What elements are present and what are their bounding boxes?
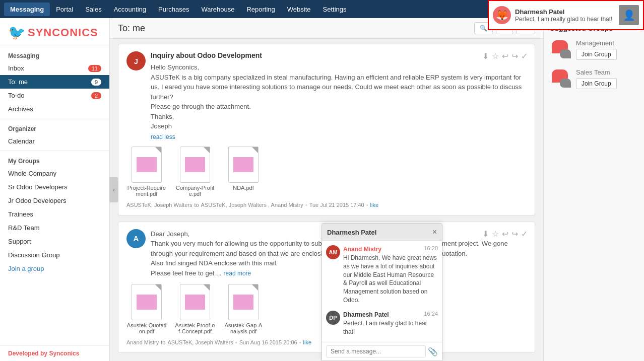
notification-banner[interactable]: 🦊 Dharmesh Patel Perfect, I am really gl… (488, 0, 644, 30)
main-content: To: me 🔍 ▼ To: J Inquiry abo (110, 18, 543, 361)
nav-accounting[interactable]: Accounting (108, 3, 152, 16)
sidebar-item-archives[interactable]: Archives (0, 102, 109, 116)
footer-like-1[interactable]: like (370, 202, 379, 208)
attachment-icon-1-3 (228, 147, 259, 183)
attachment-icon-1-2 (180, 147, 210, 183)
notification-message: Perfect, I am really glad to hear that! (515, 16, 615, 23)
chat-time-2: 16:24 (424, 311, 438, 317)
attachment-name-1-3: NDA.pdf (233, 185, 254, 191)
sidebar-item-tome-label: To: me (8, 78, 28, 86)
join-group-button-sales[interactable]: Join Group (576, 78, 617, 89)
group-name-sales: Sales Team (576, 68, 638, 76)
message-actions-1: ⬇ ☆ ↩ ↪ ✓ (482, 51, 528, 61)
organizer-section-label: Organizer (0, 120, 109, 134)
attachment-icon-2-1 (132, 284, 162, 320)
nav-portal[interactable]: Portal (50, 3, 79, 16)
footer-like-2[interactable]: like (303, 339, 312, 345)
star-icon-2[interactable]: ☆ (492, 229, 499, 239)
bubble-small-icon-sales (560, 79, 571, 88)
chat-time-1: 16:20 (424, 245, 438, 251)
chat-input[interactable] (326, 345, 426, 357)
chat-message-2: DP Dharmesh Patel 16:24 Perfect, I am re… (326, 311, 438, 336)
attachments-1: Project-Requirement.pdf Company-Profile.… (126, 147, 527, 197)
join-group-button-management[interactable]: Join Group (576, 49, 617, 60)
attachment-name-2-2: Asustek-Proof-of-Concept.pdf (175, 322, 215, 334)
group-name-management: Management (576, 39, 638, 47)
nav-reporting[interactable]: Reporting (240, 3, 281, 16)
page-title: To: me (118, 23, 145, 34)
chat-message-1: AM Anand Mistry 16:20 Hi Dharmesh, We ha… (326, 245, 438, 305)
attachment-1-1[interactable]: Project-Requirement.pdf (126, 147, 167, 197)
inbox-badge: 11 (88, 65, 101, 72)
notification-sender-name: Dharmesh Patel (515, 8, 615, 16)
sidebar-collapse-button[interactable]: ‹ (109, 177, 118, 202)
mygroups-section-label: My Groups (0, 153, 109, 167)
footer-recipients-1: ASUSTeK, Joseph Walters , Anand Mistry (201, 202, 303, 208)
sidebar-item-jr-odoo[interactable]: Jr Odoo Developers (0, 194, 109, 207)
read-less-link-1[interactable]: read less (151, 133, 527, 140)
chat-messages: AM Anand Mistry 16:20 Hi Dharmesh, We ha… (322, 241, 442, 342)
logo-area: 🐦 SYNCONICS (0, 18, 109, 47)
sidebar-item-todo-label: To-do (8, 92, 25, 99)
message-content-1: Inquiry about Odoo Development Hello Syn… (151, 51, 527, 140)
notification-avatar: 👤 (619, 5, 639, 25)
sidebar-item-support[interactable]: Support (0, 235, 109, 248)
chat-panel: Dharmesh Patel × AM Anand Mistry 16:20 H… (321, 223, 442, 361)
synconics-label: Synconics (49, 350, 79, 357)
footer-senders-2: Anand Mistry (126, 339, 159, 345)
nav-messaging[interactable]: Messaging (4, 3, 50, 16)
nav-warehouse[interactable]: Warehouse (195, 3, 240, 16)
chat-input-area: 📎 (322, 342, 442, 360)
download-icon-2[interactable]: ⬇ (482, 229, 489, 239)
check-icon-2[interactable]: ✓ (521, 229, 528, 239)
attachment-2-3[interactable]: Asustek-Gap-Analysis.pdf (223, 284, 264, 334)
main-header: To: me 🔍 ▼ To: (110, 18, 543, 39)
attachment-icon-1-1 (132, 147, 162, 183)
forward-icon[interactable]: ↪ (511, 51, 518, 61)
chat-text-2: Perfect, I am really glad to hear that! (343, 319, 438, 336)
chat-sender-2: Dharmesh Patel (343, 311, 389, 318)
sidebar-item-tome[interactable]: To: me 9 (0, 75, 109, 89)
nav-sales[interactable]: Sales (79, 3, 108, 16)
download-icon[interactable]: ⬇ (482, 51, 489, 61)
reply-icon-2[interactable]: ↩ (502, 229, 508, 239)
message-card-1: J Inquiry about Odoo Development Hello S… (118, 44, 535, 215)
sidebar-item-join-group-label: Join a group (8, 265, 44, 272)
sidebar-item-join-group[interactable]: Join a group (0, 262, 109, 275)
attachment-name-1-1: Project-Requirement.pdf (126, 185, 167, 197)
forward-icon-2[interactable]: ↪ (511, 229, 518, 239)
sidebar-item-inbox[interactable]: Inbox 11 (0, 61, 109, 75)
chat-text-1: Hi Dharmesh, We have great news as we ha… (343, 254, 438, 305)
sidebar-item-inbox-label: Inbox (8, 64, 24, 72)
sidebar-item-calendar[interactable]: Calendar (0, 134, 109, 148)
attachment-2-2[interactable]: Asustek-Proof-of-Concept.pdf (175, 284, 215, 334)
sidebar-item-archives-label: Archives (8, 105, 33, 113)
nav-settings[interactable]: Settings (317, 3, 353, 16)
reply-icon[interactable]: ↩ (502, 51, 508, 61)
sidebar-item-trainees[interactable]: Trainees (0, 207, 109, 221)
group-info-sales: Sales Team Join Group (576, 68, 638, 89)
star-icon[interactable]: ☆ (492, 51, 499, 61)
todo-badge: 2 (91, 92, 101, 99)
sidebar-item-sr-odoo-label: Sr Odoo Developers (8, 183, 68, 191)
developed-by-text: Developed by (8, 350, 47, 357)
chat-attach-icon[interactable]: 📎 (428, 347, 438, 356)
nav-website[interactable]: Website (281, 3, 317, 16)
read-more-link-2[interactable]: read more (224, 270, 251, 277)
check-icon[interactable]: ✓ (521, 51, 528, 61)
search-icon: 🔍 (480, 25, 487, 32)
sidebar-item-whole-company[interactable]: Whole Company (0, 167, 109, 180)
attachment-1-3[interactable]: NDA.pdf (223, 147, 264, 197)
sidebar-item-rnd[interactable]: R&D Team (0, 221, 109, 235)
attachment-2-1[interactable]: Asustek-Quotation.pdf (126, 284, 167, 334)
sidebar-item-sr-odoo[interactable]: Sr Odoo Developers (0, 180, 109, 194)
attachment-1-2[interactable]: Company-Profile.pdf (175, 147, 215, 197)
chat-close-button[interactable]: × (432, 228, 437, 237)
sidebar-item-todo[interactable]: To-do 2 (0, 89, 109, 102)
logo-text: SYNCONICS (28, 26, 98, 39)
nav-purchases[interactable]: Purchases (152, 3, 195, 16)
footer-date-1: Tue Jul 21 2015 17:40 (309, 202, 364, 208)
sidebar-item-whole-company-label: Whole Company (8, 170, 56, 177)
group-item-sales: Sales Team Join Group (550, 67, 638, 90)
sidebar-item-discussion[interactable]: Discussion Group (0, 248, 109, 262)
